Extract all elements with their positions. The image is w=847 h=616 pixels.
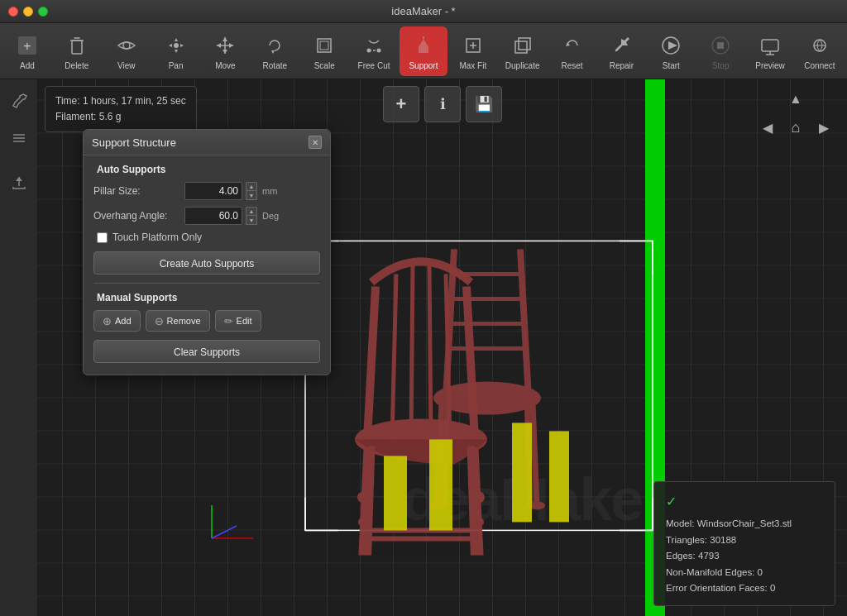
pillar-size-down[interactable]: ▼ bbox=[246, 191, 257, 200]
overhang-up[interactable]: ▲ bbox=[246, 207, 257, 216]
toolbar-rotate[interactable]: Rotate bbox=[251, 26, 299, 76]
auto-supports-title: Auto Supports bbox=[93, 164, 320, 175]
support-label: Support bbox=[409, 61, 438, 70]
toolbar-scale[interactable]: Scale bbox=[300, 26, 348, 76]
svg-rect-26 bbox=[519, 38, 530, 50]
svg-rect-25 bbox=[515, 41, 527, 53]
filament-label: Filament: bbox=[55, 111, 96, 122]
model-check-icon: ✓ bbox=[666, 490, 823, 513]
touch-platform-row: Touch Platform Only bbox=[93, 232, 320, 243]
overhang-input[interactable] bbox=[184, 207, 242, 225]
toolbar-stop[interactable]: Stop bbox=[696, 26, 744, 76]
repair-icon bbox=[608, 32, 634, 59]
filament-value: 5.6 g bbox=[99, 111, 122, 122]
toolbar-connect[interactable]: Connect bbox=[796, 26, 844, 76]
dialog-titlebar: Support Structure ✕ bbox=[84, 130, 330, 155]
title-bar: ideaMaker - * bbox=[0, 0, 847, 23]
pan-label: Pan bbox=[169, 61, 184, 70]
triangles-label: Triangles: bbox=[666, 535, 707, 545]
duplicate-label: Duplicate bbox=[505, 61, 540, 70]
toolbar-support[interactable]: Support bbox=[400, 26, 447, 76]
viewport-save-btn[interactable]: 💾 bbox=[466, 86, 502, 122]
toolbar-repair[interactable]: Repair bbox=[598, 26, 646, 76]
left-sidebar bbox=[0, 79, 38, 616]
svg-line-68 bbox=[411, 265, 413, 439]
manual-add-btn[interactable]: ⊕ Add bbox=[93, 310, 141, 332]
close-x-icon: ✕ bbox=[312, 138, 318, 147]
nav-up-arrow[interactable]: ▲ bbox=[784, 88, 807, 111]
sidebar-wrench-icon[interactable] bbox=[7, 88, 31, 112]
overhang-down[interactable]: ▼ bbox=[246, 216, 257, 225]
error-faces-row: Error Orientation Faces: 0 bbox=[666, 580, 823, 597]
svg-point-18 bbox=[377, 48, 381, 52]
svg-rect-33 bbox=[762, 40, 778, 51]
reset-label: Reset bbox=[562, 61, 583, 70]
svg-rect-88 bbox=[512, 423, 532, 522]
toolbar-free-cut[interactable]: Free Cut bbox=[350, 26, 398, 76]
svg-line-66 bbox=[467, 286, 475, 439]
edges-value: 4793 bbox=[698, 551, 720, 561]
svg-marker-27 bbox=[566, 42, 570, 46]
toolbar-pan[interactable]: Pan bbox=[152, 26, 200, 76]
toolbar-delete[interactable]: Delete bbox=[53, 26, 101, 76]
svg-rect-2 bbox=[72, 41, 82, 54]
touch-platform-checkbox[interactable] bbox=[97, 232, 108, 243]
svg-line-65 bbox=[367, 286, 376, 439]
clear-supports-btn[interactable]: Clear Supports bbox=[93, 340, 320, 363]
edit-pencil-icon: ✏ bbox=[224, 315, 233, 327]
non-manifold-row: Non-Manifold Edges: 0 bbox=[666, 565, 823, 581]
main-content: ideaMaker bbox=[0, 79, 847, 616]
start-icon bbox=[658, 32, 684, 59]
manual-edit-btn[interactable]: ✏ Edit bbox=[215, 310, 261, 332]
minimize-button[interactable] bbox=[23, 7, 33, 17]
maximize-button[interactable] bbox=[38, 7, 48, 17]
nav-left-arrow[interactable]: ◀ bbox=[756, 116, 779, 139]
manual-remove-btn[interactable]: ⊖ Remove bbox=[146, 310, 210, 332]
duplicate-icon bbox=[510, 32, 536, 59]
toolbar-duplicate[interactable]: Duplicate bbox=[499, 26, 547, 76]
add-icon: + bbox=[14, 32, 41, 59]
viewport-info-btn[interactable]: ℹ bbox=[424, 86, 461, 122]
toolbar-reset[interactable]: Reset bbox=[548, 26, 596, 76]
error-faces-value: 0 bbox=[770, 583, 775, 593]
create-auto-supports-btn[interactable]: Create Auto Supports bbox=[93, 251, 320, 275]
dialog-body: Auto Supports Pillar Size: ▲ ▼ mm Overha… bbox=[84, 155, 330, 375]
toolbar-add[interactable]: + Add bbox=[3, 26, 51, 76]
svg-line-28 bbox=[616, 45, 621, 50]
nav-home-button[interactable]: ⌂ bbox=[782, 114, 809, 141]
pillar-size-row: Pillar Size: ▲ ▼ mm bbox=[93, 182, 320, 200]
svg-point-5 bbox=[123, 42, 130, 49]
close-button[interactable] bbox=[8, 7, 18, 17]
svg-text:+: + bbox=[23, 39, 31, 53]
svg-marker-12 bbox=[229, 43, 233, 48]
stop-icon bbox=[707, 32, 734, 59]
delete-label: Delete bbox=[65, 61, 89, 70]
edges-row: Edges: 4793 bbox=[666, 548, 823, 565]
dialog-close-button[interactable]: ✕ bbox=[309, 136, 322, 149]
section-divider bbox=[93, 283, 320, 284]
toolbar-start[interactable]: Start bbox=[647, 26, 695, 76]
toolbar-preview[interactable]: Preview bbox=[746, 26, 794, 76]
support-icon bbox=[410, 32, 437, 59]
pillar-size-input[interactable] bbox=[184, 182, 242, 200]
sidebar-upload-icon[interactable] bbox=[7, 170, 31, 195]
scale-icon bbox=[311, 32, 337, 59]
viewport-add-icon: + bbox=[396, 93, 407, 115]
toolbar-move[interactable]: Move bbox=[202, 26, 250, 76]
pillar-size-up[interactable]: ▲ bbox=[246, 182, 257, 191]
time-label: Time: bbox=[55, 95, 80, 107]
move-icon bbox=[212, 32, 238, 59]
triangles-value: 30188 bbox=[710, 535, 736, 545]
toolbar-max-fit[interactable]: Max Fit bbox=[449, 26, 497, 76]
nav-right-arrow[interactable]: ▶ bbox=[812, 116, 835, 139]
viewport[interactable]: ideaMaker bbox=[38, 79, 847, 616]
max-fit-label: Max Fit bbox=[459, 61, 486, 70]
pan-icon bbox=[163, 32, 189, 59]
sidebar-list-icon[interactable] bbox=[7, 126, 31, 150]
toolbar: + Add Delete View Pan Move Rotate bbox=[0, 23, 847, 79]
toolbar-view[interactable]: View bbox=[103, 26, 151, 76]
svg-line-69 bbox=[429, 265, 431, 439]
touch-platform-label[interactable]: Touch Platform Only bbox=[112, 232, 202, 243]
viewport-add-btn[interactable]: + bbox=[383, 86, 419, 122]
axis-lines bbox=[203, 497, 270, 550]
